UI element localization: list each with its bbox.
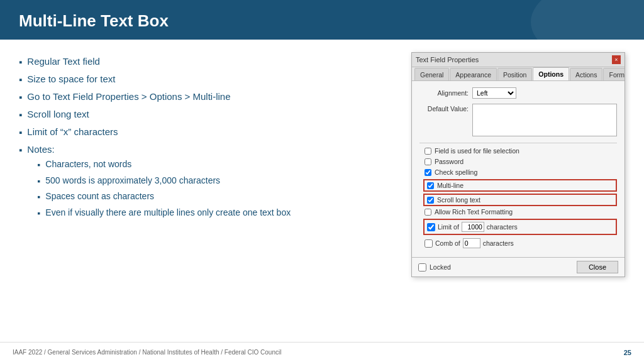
- main-content: Regular Text field Size to space for tex…: [0, 40, 644, 331]
- locked-checkbox[interactable]: [418, 263, 426, 272]
- close-button[interactable]: Close: [577, 261, 618, 273]
- sub-item-text: Characters, not words: [45, 158, 131, 171]
- list-item: Size to space for text: [19, 72, 399, 86]
- alignment-select[interactable]: Left Center Right: [472, 87, 516, 99]
- list-item-text: Limit of “x” characters: [27, 125, 118, 138]
- sub-item-text: Even if visually there are multiple line…: [45, 207, 291, 219]
- check-spelling-checkbox[interactable]: [425, 169, 431, 176]
- multi-line-checkbox[interactable]: [427, 182, 434, 189]
- page-number: 25: [624, 349, 631, 356]
- sub-item-text: 500 words is approximately 3,000 charact…: [45, 175, 220, 187]
- limit-of-label: Limit of: [438, 223, 459, 231]
- alignment-row: Alignment: Left Center Right: [419, 87, 617, 99]
- list-item-text: Regular Text field: [27, 55, 100, 68]
- list-item-text: Scroll long text: [27, 107, 89, 121]
- list-item: Go to Text Field Properties > Options > …: [19, 90, 399, 104]
- list-item: Regular Text field: [19, 55, 399, 69]
- comb-row: Comb of characters: [425, 238, 617, 248]
- sub-list-item: 500 words is approximately 3,000 charact…: [37, 175, 291, 188]
- notes-content: Notes: Characters, not words 500 words i…: [27, 143, 291, 222]
- locked-row: Locked: [418, 263, 451, 272]
- password-checkbox[interactable]: [425, 158, 431, 165]
- list-item-text: Go to Text Field Properties > Options > …: [27, 90, 230, 103]
- scroll-long-text-label: Scroll long text: [437, 196, 480, 204]
- limit-of-suffix: characters: [487, 223, 518, 231]
- file-selection-label: Field is used for file selection: [435, 147, 519, 155]
- list-item-text: Size to space for text: [27, 72, 115, 85]
- comb-of-label: Comb of: [435, 239, 460, 247]
- sub-list-item: Spaces count as characters: [37, 190, 291, 204]
- default-value-textarea[interactable]: [472, 104, 617, 136]
- scroll-long-text-checkbox[interactable]: [427, 197, 434, 204]
- sub-item-text: Spaces count as characters: [45, 190, 154, 203]
- list-item: Limit of “x” characters: [19, 125, 399, 139]
- comb-of-checkbox[interactable]: [425, 239, 433, 248]
- sub-list-item: Characters, not words: [37, 158, 291, 172]
- notes-label: Notes:: [27, 144, 54, 155]
- allow-rich-text-checkbox[interactable]: [425, 209, 431, 216]
- left-panel: Regular Text field Size to space for tex…: [19, 52, 399, 331]
- sub-list-item: Even if visually there are multiple line…: [37, 207, 291, 220]
- allow-rich-text-checkbox-row: Allow Rich Text Formatting: [425, 208, 617, 216]
- comb-of-suffix: characters: [483, 239, 514, 247]
- alignment-label: Alignment:: [419, 89, 469, 97]
- limit-of-checkbox[interactable]: [427, 223, 435, 231]
- comb-of-input[interactable]: [463, 238, 480, 248]
- tab-format[interactable]: Format: [603, 68, 625, 81]
- password-label: Password: [435, 158, 464, 165]
- multi-line-label: Multi-line: [437, 182, 464, 189]
- text-field-properties-dialog: Text Field Properties × General Appearan…: [411, 52, 625, 277]
- tab-general[interactable]: General: [414, 68, 449, 81]
- allow-rich-text-label: Allow Rich Text Formatting: [435, 208, 513, 216]
- file-selection-checkbox-row: Field is used for file selection: [425, 147, 617, 155]
- password-checkbox-row: Password: [425, 158, 617, 165]
- dialog-close-button[interactable]: ×: [612, 55, 621, 64]
- list-item-notes: Notes: Characters, not words 500 words i…: [19, 143, 399, 222]
- check-spelling-checkbox-row: Check spelling: [425, 168, 617, 176]
- footer-bar: IAAF 2022 / General Services Administrat…: [0, 342, 644, 362]
- list-item: Scroll long text: [19, 107, 399, 121]
- tab-bar: General Appearance Position Options Acti…: [412, 67, 625, 81]
- footer-text: IAAF 2022 / General Services Administrat…: [13, 349, 281, 356]
- check-spelling-label: Check spelling: [435, 168, 477, 176]
- tab-appearance[interactable]: Appearance: [450, 68, 497, 81]
- dialog-titlebar: Text Field Properties ×: [412, 53, 625, 67]
- limit-row: Limit of characters: [423, 219, 617, 235]
- dialog-title: Text Field Properties: [416, 56, 479, 63]
- header: Multi-Line Text Box: [0, 0, 644, 40]
- limit-of-input[interactable]: [462, 222, 484, 232]
- file-selection-checkbox[interactable]: [425, 148, 431, 155]
- tab-position[interactable]: Position: [497, 68, 532, 81]
- default-value-row: Default Value:: [419, 104, 617, 136]
- scroll-long-text-checkbox-row: Scroll long text: [423, 194, 617, 206]
- bullet-list: Regular Text field Size to space for tex…: [19, 55, 399, 222]
- page-title: Multi-Line Text Box: [19, 11, 169, 30]
- locked-label: Locked: [430, 263, 451, 271]
- tab-actions[interactable]: Actions: [570, 68, 602, 81]
- multi-line-checkbox-row: Multi-line: [423, 179, 617, 192]
- default-value-label: Default Value:: [419, 105, 469, 112]
- dialog-footer: Locked Close: [412, 257, 625, 277]
- tab-options[interactable]: Options: [533, 67, 569, 81]
- sub-list: Characters, not words 500 words is appro…: [37, 158, 291, 219]
- right-panel: Text Field Properties × General Appearan…: [411, 52, 625, 331]
- dialog-body: Alignment: Left Center Right Default Val…: [412, 81, 625, 257]
